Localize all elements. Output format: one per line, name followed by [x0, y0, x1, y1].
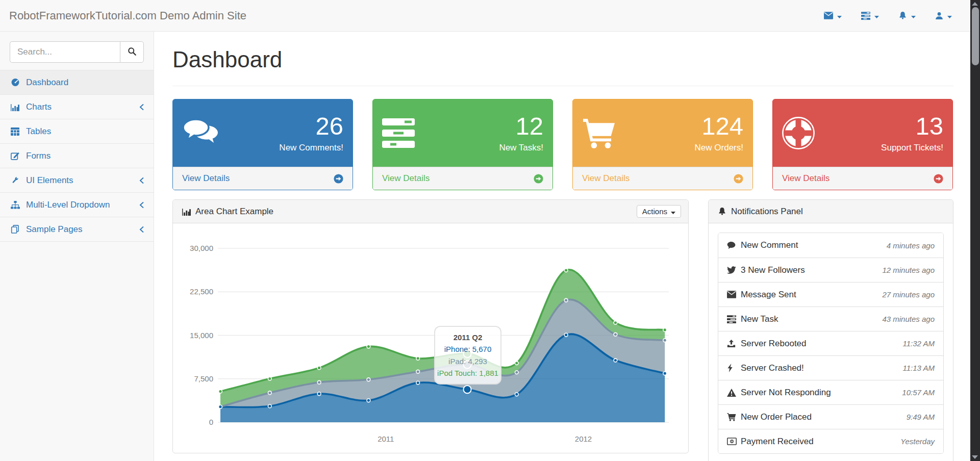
svg-text:0: 0 — [209, 418, 213, 426]
stat-panel: 13 Support Tickets! View Details — [772, 99, 953, 190]
search-button[interactable] — [120, 41, 144, 63]
notification-item[interactable]: Message Sent 27 minutes ago — [718, 282, 943, 306]
view-details-link[interactable]: View Details — [573, 167, 752, 190]
caret-down-icon — [911, 11, 916, 20]
bell-icon — [898, 11, 907, 20]
sidebar-item-label: Charts — [26, 102, 52, 112]
caret-down-icon — [874, 11, 879, 20]
user-icon — [935, 12, 943, 20]
caret-down-icon — [947, 11, 952, 20]
chart-tooltip-title: 2011 Q2 — [437, 331, 498, 343]
bell-icon — [718, 207, 726, 216]
sidebar-item[interactable]: Charts — [0, 95, 154, 119]
cart-big-icon — [582, 117, 616, 149]
bar-chart-icon — [11, 103, 26, 111]
navbar-dropdown[interactable] — [814, 0, 851, 32]
arrow-circle-right-icon — [734, 174, 743, 184]
sidebar-item[interactable]: Tables — [0, 119, 154, 144]
sidebar-item[interactable]: Forms — [0, 144, 154, 168]
brand-link[interactable]: RobotFrameworkTutorial.com Demo Admin Si… — [9, 9, 246, 22]
envelope-icon — [727, 291, 741, 298]
navbar-dropdown[interactable] — [851, 0, 889, 32]
sidebar-item[interactable]: UI Elements — [0, 168, 154, 193]
warning-icon — [727, 389, 741, 397]
navbar-menu — [814, 0, 962, 32]
upload-icon — [727, 340, 741, 348]
notification-time: 9:49 AM — [907, 413, 935, 421]
chevron-left-icon — [139, 104, 144, 111]
money-icon — [727, 438, 741, 445]
notification-label: Server Rebooted — [741, 339, 807, 349]
svg-text:7,500: 7,500 — [194, 374, 213, 383]
view-details-link[interactable]: View Details — [173, 167, 353, 190]
envelope-icon — [824, 12, 833, 19]
view-details-link[interactable]: View Details — [773, 167, 952, 190]
area-chart-panel: Area Chart Example Actions 07,50015,0002… — [172, 199, 689, 453]
chevron-left-icon — [139, 201, 144, 209]
notification-item[interactable]: Server Rebooted 11:32 AM — [718, 331, 943, 355]
page-title: Dashboard — [172, 48, 953, 86]
svg-text:22,500: 22,500 — [190, 287, 213, 296]
chart-tooltip-row: iPad: 4,293 — [437, 355, 498, 367]
svg-text:30,000: 30,000 — [190, 244, 213, 252]
stat-value: 26 — [279, 113, 343, 139]
sidebar-item[interactable]: Multi-Level Dropdown — [0, 193, 154, 217]
caret-down-icon — [837, 11, 842, 20]
table-icon — [11, 127, 26, 136]
top-navbar: RobotFrameworkTutorial.com Demo Admin Si… — [0, 0, 980, 32]
tasks-big-icon — [382, 118, 415, 148]
stat-panel: 26 New Comments! View Details — [172, 99, 353, 190]
stat-panel-heading: 12 New Tasks! — [373, 99, 552, 167]
area-chart-panel-heading: Area Chart Example Actions — [173, 200, 688, 223]
notification-time: Yesterday — [900, 437, 935, 446]
notification-time: 11:32 AM — [902, 339, 935, 348]
notification-time: 11:13 AM — [902, 364, 935, 372]
scrollbar-thumb[interactable] — [972, 7, 979, 65]
notification-label: 3 New Followers — [741, 265, 805, 275]
sidebar-item[interactable]: Sample Pages — [0, 217, 154, 242]
arrow-circle-right-icon — [934, 174, 943, 184]
view-details-label: View Details — [782, 173, 830, 184]
notification-time: 43 minutes ago — [882, 315, 935, 323]
notification-item[interactable]: Server Crashed! 11:13 AM — [718, 355, 943, 380]
area-chart-body: 07,50015,00022,50030,00020112012 2011 Q2… — [173, 223, 688, 453]
stat-label: New Tasks! — [499, 143, 543, 153]
notifications-panel-title: Notifications Panel — [731, 207, 803, 217]
navbar-dropdown[interactable] — [889, 0, 925, 32]
notification-item[interactable]: Server Not Responding 10:57 AM — [718, 380, 943, 404]
search-input[interactable] — [10, 41, 120, 63]
sidebar-item-label: Tables — [26, 126, 51, 137]
sidebar-item[interactable]: Dashboard — [0, 70, 154, 95]
scrollbar-up-arrow[interactable] — [972, 2, 978, 6]
stat-panels-row: 26 New Comments! View Details 12 — [172, 99, 953, 190]
wrench-icon — [11, 176, 26, 185]
chevron-left-icon — [139, 177, 144, 184]
view-details-link[interactable]: View Details — [373, 167, 552, 190]
tasks-icon — [727, 315, 741, 323]
svg-text:2012: 2012 — [575, 434, 592, 443]
notification-item[interactable]: New Comment 4 minutes ago — [718, 233, 943, 258]
notification-label: New Order Placed — [741, 412, 812, 422]
stat-panel-heading: 124 New Orders! — [573, 99, 752, 167]
comment-icon — [727, 241, 741, 249]
view-details-label: View Details — [382, 173, 430, 184]
notification-item[interactable]: 3 New Followers 12 minutes ago — [718, 258, 943, 282]
actions-dropdown-button[interactable]: Actions — [637, 205, 681, 218]
navbar-dropdown[interactable] — [925, 0, 962, 32]
area-chart-svg: 07,50015,00022,50030,00020112012 — [173, 223, 688, 453]
page-wrapper: Dashboard 26 New Comments! View Details — [155, 32, 980, 461]
notification-label: Server Not Responding — [741, 388, 831, 398]
stat-label: New Orders! — [695, 143, 743, 153]
sidebar-search — [10, 41, 144, 63]
notification-item[interactable]: New Task 43 minutes ago — [718, 306, 943, 331]
notification-item[interactable]: New Order Placed 9:49 AM — [718, 404, 943, 429]
view-details-label: View Details — [182, 173, 230, 184]
browser-scrollbar[interactable] — [970, 0, 980, 461]
stat-label: Support Tickets! — [881, 143, 943, 153]
scrollbar-down-arrow[interactable] — [972, 455, 978, 459]
view-details-label: View Details — [582, 173, 630, 184]
cart-icon — [727, 413, 741, 421]
sidebar-item-label: Sample Pages — [26, 224, 83, 235]
notification-item[interactable]: Payment Received Yesterday — [718, 429, 943, 453]
notification-label: Server Crashed! — [741, 363, 804, 373]
